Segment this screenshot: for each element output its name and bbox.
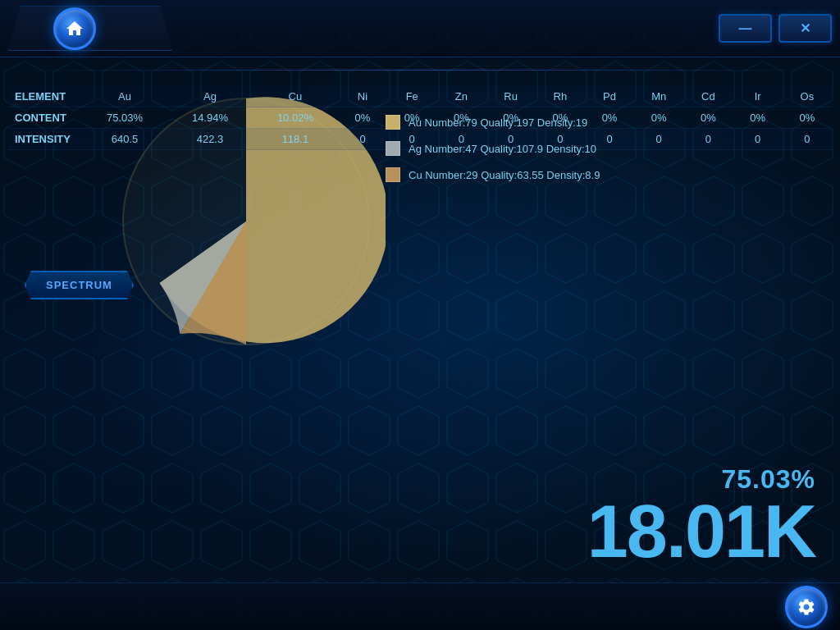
legend-color-au [386, 115, 400, 130]
home-button[interactable] [53, 7, 96, 50]
element-rh: Rh [536, 86, 585, 107]
stats-display: 75.03% 18.01K [587, 464, 815, 568]
legend-color-cu [386, 167, 400, 182]
settings-icon [797, 597, 816, 617]
home-icon [65, 19, 84, 39]
minimize-button[interactable]: — [719, 14, 772, 43]
element-ag: Ag [167, 86, 253, 107]
titlebar-left [0, 4, 156, 53]
legend-item-ag: Ag Number:47 Quality:107.9 Density:10 [386, 141, 600, 156]
legend-label-au: Au Number:79 Quality:197 Density:19 [409, 116, 587, 129]
element-ir: Ir [733, 86, 783, 107]
element-au: Au [82, 86, 167, 107]
titlebar: — ✕ [0, 0, 840, 57]
element-zn: Zn [436, 86, 486, 107]
spectrum-button[interactable]: SPECTRUM [25, 271, 134, 299]
stats-value: 18.01K [587, 495, 815, 568]
element-ni: Ni [338, 86, 387, 107]
titlebar-buttons: — ✕ [719, 14, 840, 43]
row-label-intensity: INTENSITY [8, 129, 82, 150]
element-pd: Pd [585, 86, 634, 107]
legend-item-cu: Cu Number:29 Quality:63.55 Density:8.9 [386, 167, 600, 182]
element-cd: Cd [683, 86, 733, 107]
element-os: Os [783, 86, 832, 107]
legend-item-au: Au Number:79 Quality:197 Density:19 [386, 115, 600, 130]
row-label-element: ELEMENT [8, 86, 82, 107]
separator-line [0, 70, 840, 71]
row-label-content: CONTENT [8, 107, 82, 129]
legend: Au Number:79 Quality:197 Density:19 Ag N… [386, 115, 600, 194]
home-btn-container [8, 4, 156, 53]
close-button[interactable]: ✕ [778, 14, 832, 43]
legend-label-cu: Cu Number:29 Quality:63.55 Density:8.9 [409, 169, 600, 181]
legend-label-ag: Ag Number:47 Quality:107.9 Density:10 [409, 143, 596, 155]
element-mn: Mn [634, 86, 683, 107]
settings-button[interactable] [785, 586, 828, 628]
element-fe: Fe [387, 86, 436, 107]
element-ru: Ru [486, 86, 536, 107]
bottom-bar [0, 582, 840, 630]
table-row-element: ELEMENT Au Ag Cu Ni Fe Zn Ru Rh Pd Mn Cd… [8, 86, 832, 107]
legend-color-ag [386, 141, 400, 156]
element-cu: Cu [253, 86, 338, 107]
